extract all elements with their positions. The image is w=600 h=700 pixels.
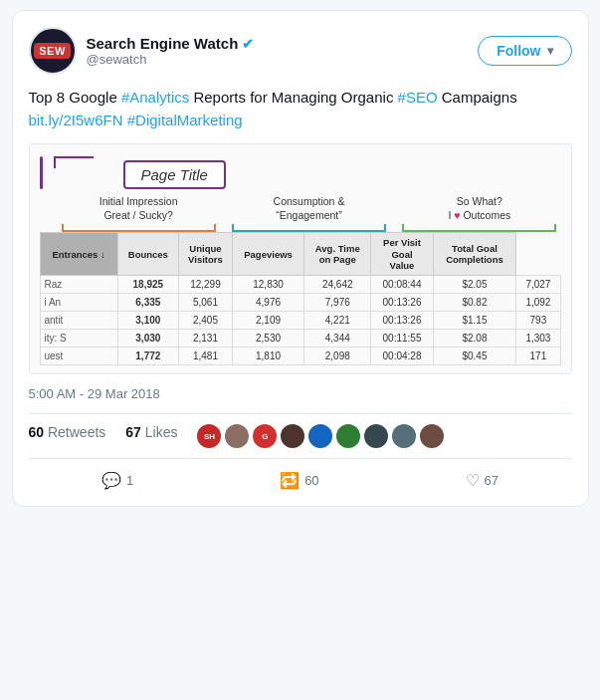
reply-icon: 💬 [101, 471, 121, 490]
likes-label: Likes [145, 424, 178, 440]
row-label: uest [40, 348, 117, 365]
chevron-down-icon: ▾ [547, 44, 553, 58]
cell: 00:04:28 [371, 348, 433, 365]
cell: 00:13:26 [371, 312, 433, 330]
mini-avatar [364, 424, 388, 448]
cell: 4,221 [304, 312, 371, 330]
cell: $0.45 [433, 348, 516, 365]
retweet-action-count: 60 [304, 473, 318, 488]
table-row: ity: S 3,030 2,131 2,530 4,344 00:11:55 … [40, 330, 560, 348]
cell: 2,109 [232, 312, 303, 330]
tweet-link[interactable]: bit.ly/2I5w6FN [29, 112, 123, 128]
account-name: Search Engine Watch ✔ [87, 35, 255, 52]
retweet-count: 60 [29, 424, 45, 440]
hashtag-seo[interactable]: #SEO [398, 89, 438, 106]
account-name-text: Search Engine Watch [87, 35, 239, 52]
cell: 1,481 [178, 348, 232, 365]
account-info: Search Engine Watch ✔ @sewatch [87, 35, 255, 67]
cell: 12,299 [178, 276, 232, 294]
verified-icon: ✔ [242, 36, 254, 52]
cell: 1,092 [516, 294, 560, 312]
follow-button[interactable]: Follow ▾ [478, 36, 571, 66]
bracket-teal [232, 224, 386, 232]
cell: 1,303 [516, 330, 560, 348]
tweet-actions: 💬 1 🔁 60 ♡ 67 [29, 471, 572, 490]
cell: 7,976 [304, 294, 371, 312]
cell: 00:13:26 [371, 294, 433, 312]
retweets-label: Retweets [48, 424, 105, 440]
tweet-card: SEW Search Engine Watch ✔ @sewatch Follo… [12, 10, 589, 507]
cell: 1,810 [232, 348, 303, 365]
cell: 2,405 [178, 312, 232, 330]
category-sowhat: So What?I ♥ Outcomes [398, 195, 560, 232]
hashtag-analytics[interactable]: #Analytics [121, 89, 189, 106]
page-title-box: Page Title [123, 160, 226, 189]
header-total-goal: Total GoalCompletions [433, 233, 516, 276]
tweet-header-left: SEW Search Engine Watch ✔ @sewatch [29, 27, 255, 75]
cell: $2.05 [433, 276, 516, 294]
like-icon: ♡ [466, 471, 480, 490]
mini-avatar [308, 424, 332, 448]
header-unique-visitors: UniqueVisitors [178, 233, 232, 276]
like-action[interactable]: ♡ 67 [466, 471, 499, 490]
avatar-initials: SEW [34, 43, 71, 59]
reply-action[interactable]: 💬 1 [101, 471, 133, 490]
mini-avatar: G [253, 424, 277, 448]
reply-count: 1 [126, 473, 133, 488]
page-title-text: Page Title [141, 166, 208, 183]
cell: 00:08:44 [371, 276, 433, 294]
cell: 3,030 [117, 330, 178, 348]
row-label: Raz [40, 276, 117, 294]
header-pageviews: Pageviews [232, 233, 303, 276]
cell: 2,131 [178, 330, 232, 348]
cell: 24,642 [304, 276, 371, 294]
tweet-timestamp: 5:00 AM - 29 Mar 2018 [29, 386, 572, 401]
likes-stat: 67 Likes [125, 424, 177, 448]
cell: $1.15 [433, 312, 516, 330]
mini-avatar [225, 424, 249, 448]
retweets-stat: 60 Retweets [29, 424, 106, 448]
cell: 00:11:55 [371, 330, 433, 348]
bracket-orange [62, 224, 216, 232]
cell: 2,098 [304, 348, 371, 365]
row-label: i An [40, 294, 117, 312]
cell: 4,344 [304, 330, 371, 348]
cell: 4,976 [232, 294, 303, 312]
like-action-count: 67 [485, 473, 499, 488]
likes-count: 67 [125, 424, 141, 440]
category-sowhat-label: So What?I ♥ Outcomes [398, 195, 560, 222]
retweet-action[interactable]: 🔁 60 [280, 471, 318, 490]
purple-vertical-line [40, 156, 43, 189]
data-table-container: Entrances ↓ Bounces UniqueVisitors Pagev… [40, 232, 561, 365]
mini-avatar: SH [197, 424, 221, 448]
cell: 793 [516, 312, 560, 330]
tweet-body: Top 8 Google #Analytics Reports for Mana… [29, 87, 572, 131]
category-initial: Initial ImpressionGreat / Sucky? [58, 195, 220, 232]
cell: 171 [516, 348, 560, 365]
bracket-green [402, 224, 556, 232]
hashtag-digitalmarketing[interactable]: #DigitalMarketing [127, 112, 243, 128]
row-label: ity: S [40, 330, 117, 348]
likers-avatars: SH G [197, 424, 444, 448]
account-handle: @sewatch [87, 52, 255, 67]
cell: 18,925 [117, 276, 178, 294]
table-row: i An 6,335 5,061 4,976 7,976 00:13:26 $0… [40, 294, 560, 312]
retweet-icon: 🔁 [280, 471, 300, 490]
cell: $0.82 [433, 294, 516, 312]
mini-avatar [420, 424, 444, 448]
category-initial-label: Initial ImpressionGreat / Sucky? [58, 195, 220, 222]
header-per-visit-goal: Per VisitGoalValue [371, 233, 433, 276]
cell: 7,027 [516, 276, 560, 294]
cell: 12,830 [232, 276, 303, 294]
table-row: uest 1,772 1,481 1,810 2,098 00:04:28 $0… [40, 348, 560, 365]
cell: $2.08 [433, 330, 516, 348]
table-row: antit 3,100 2,405 2,109 4,221 00:13:26 $… [40, 312, 560, 330]
mini-avatar [336, 424, 360, 448]
row-label: antit [40, 312, 117, 330]
header-bounces: Bounces [117, 233, 178, 276]
follow-label: Follow [497, 43, 540, 59]
analytics-table: Entrances ↓ Bounces UniqueVisitors Pagev… [40, 232, 561, 365]
header-avg-time: Avg. Timeon Page [304, 233, 371, 276]
cell: 2,530 [232, 330, 303, 348]
infographic: Page Title Initial ImpressionGreat / Suc… [29, 143, 572, 374]
